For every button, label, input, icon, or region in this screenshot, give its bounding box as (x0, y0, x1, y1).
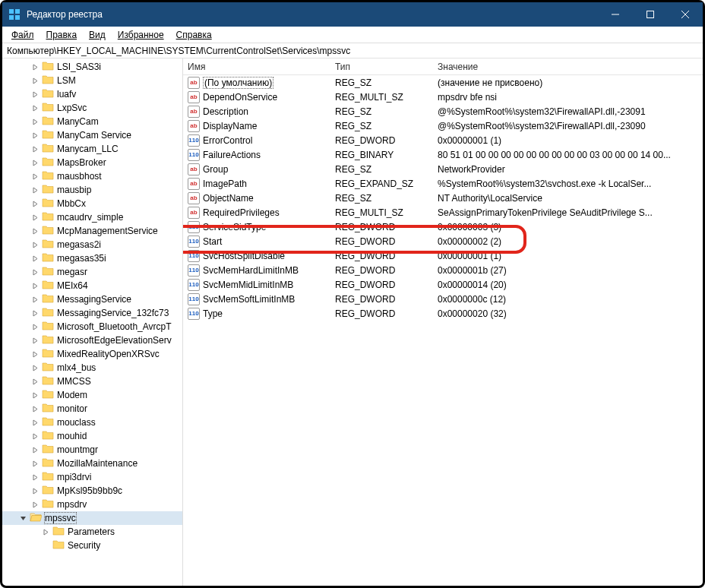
list-row[interactable]: abImagePathREG_EXPAND_SZ%SystemRoot%\sys… (183, 176, 703, 191)
chevron-right-icon[interactable] (30, 472, 40, 482)
chevron-down-icon[interactable] (17, 513, 28, 523)
tree-item[interactable]: mcaudrv_simple (2, 210, 182, 224)
chevron-right-icon[interactable] (30, 116, 40, 127)
chevron-right-icon[interactable] (30, 376, 40, 387)
list-row[interactable]: 110TypeREG_DWORD0x00000020 (32) (183, 306, 703, 321)
list-row[interactable]: abDependOnServiceREG_MULTI_SZmpsdrv bfe … (183, 90, 703, 104)
tree-view[interactable]: LSI_SAS3iLSMluafvLxpSvcManyCamManyCam Se… (2, 58, 183, 586)
chevron-right-icon[interactable] (30, 349, 40, 359)
list-row[interactable]: 110SvcMemHardLimitInMBREG_DWORD0x0000001… (183, 263, 703, 277)
chevron-right-icon[interactable] (30, 431, 40, 441)
list-row[interactable]: 110SvcMemMidLimitInMBREG_DWORD0x00000014… (183, 277, 703, 292)
tree-item[interactable]: megasr (2, 265, 182, 279)
tree-item[interactable]: Manycam_LLC (2, 142, 182, 156)
tree-item[interactable]: mlx4_bus (2, 361, 182, 375)
chevron-right-icon[interactable] (30, 198, 40, 209)
chevron-right-icon[interactable] (30, 485, 40, 496)
tree-item[interactable]: mouhid (2, 429, 182, 443)
tree-item[interactable]: MozillaMaintenance (2, 457, 182, 470)
chevron-right-icon[interactable] (30, 403, 40, 414)
tree-item[interactable]: mpi3drvi (2, 470, 182, 484)
minimize-button[interactable] (598, 2, 633, 27)
column-value[interactable]: Значение (438, 62, 703, 72)
list-row[interactable]: 110StartREG_DWORD0x00000002 (2) (183, 234, 703, 248)
menu-edit[interactable]: Правка (40, 28, 84, 42)
tree-item[interactable]: MapsBroker (2, 156, 182, 169)
chevron-right-icon[interactable] (30, 267, 40, 277)
list-row[interactable]: abDisplayNameREG_SZ@%SystemRoot%\system3… (183, 119, 703, 133)
menu-help[interactable]: Справка (170, 28, 218, 42)
tree-item[interactable]: MixedRealityOpenXRSvc (2, 347, 182, 361)
chevron-right-icon[interactable] (30, 226, 40, 236)
chevron-right-icon[interactable] (30, 444, 40, 455)
tree-item[interactable]: LSM (2, 74, 182, 87)
tree-item[interactable]: Parameters (2, 525, 182, 539)
tree-item[interactable]: luafv (2, 87, 182, 101)
chevron-right-icon[interactable] (30, 308, 40, 318)
maximize-button[interactable] (633, 2, 668, 27)
close-button[interactable] (668, 2, 703, 27)
chevron-right-icon[interactable] (30, 89, 40, 100)
tree-item[interactable]: mouclass (2, 416, 182, 429)
tree-item[interactable]: mausbip (2, 183, 182, 197)
chevron-right-icon[interactable] (30, 157, 40, 168)
tree-item[interactable]: MEIx64 (2, 279, 182, 292)
list-row[interactable]: abDescriptionREG_SZ@%SystemRoot%\system3… (183, 104, 703, 119)
tree-item[interactable]: mpssvc (2, 511, 182, 525)
tree-item[interactable]: monitor (2, 402, 182, 416)
chevron-right-icon[interactable] (30, 212, 40, 223)
column-name[interactable]: Имя (183, 62, 335, 72)
chevron-right-icon[interactable] (30, 185, 40, 195)
tree-item[interactable]: McpManagementService (2, 224, 182, 238)
chevron-right-icon[interactable] (30, 130, 40, 141)
tree-item[interactable]: MpKsl95b9bb9c (2, 484, 182, 498)
chevron-right-icon[interactable] (30, 280, 40, 291)
tree-item[interactable]: mausbhost (2, 169, 182, 183)
tree-item[interactable]: MessagingService (2, 292, 182, 306)
menu-favorites[interactable]: Избранное (112, 28, 170, 42)
chevron-right-icon[interactable] (30, 390, 40, 400)
list-row[interactable]: abGroupREG_SZNetworkProvider (183, 162, 703, 176)
list-row[interactable]: abObjectNameREG_SZNT Authority\LocalServ… (183, 191, 703, 205)
tree-item[interactable]: LxpSvc (2, 101, 182, 115)
list-row[interactable]: 110SvcMemSoftLimitInMBREG_DWORD0x0000000… (183, 292, 703, 306)
chevron-right-icon[interactable] (30, 144, 40, 154)
tree-item[interactable]: ManyCam Service (2, 128, 182, 142)
chevron-right-icon[interactable] (30, 335, 40, 346)
tree-item[interactable]: Microsoft_Bluetooth_AvrcpT (2, 320, 182, 334)
tree-item[interactable]: megasas2i (2, 238, 182, 251)
tree-item[interactable]: Security (2, 539, 182, 552)
chevron-right-icon[interactable] (30, 362, 40, 373)
tree-item[interactable]: mpsdrv (2, 498, 182, 511)
tree-item[interactable]: ManyCam (2, 115, 182, 128)
tree-item[interactable]: MicrosoftEdgeElevationServ (2, 334, 182, 347)
list-body[interactable]: ab(По умолчанию)REG_SZ(значение не присв… (183, 75, 703, 586)
chevron-right-icon[interactable] (30, 294, 40, 305)
chevron-right-icon[interactable] (30, 75, 40, 86)
chevron-right-icon[interactable] (30, 62, 40, 72)
column-type[interactable]: Тип (335, 62, 438, 72)
chevron-right-icon[interactable] (30, 171, 40, 182)
chevron-right-icon[interactable] (30, 239, 40, 250)
tree-item[interactable]: Modem (2, 388, 182, 402)
tree-item[interactable]: MbbCx (2, 197, 182, 210)
chevron-right-icon[interactable] (40, 526, 51, 537)
chevron-right-icon[interactable] (30, 253, 40, 264)
chevron-right-icon[interactable] (30, 103, 40, 113)
list-row[interactable]: ab(По умолчанию)REG_SZ(значение не присв… (183, 75, 703, 90)
chevron-right-icon[interactable] (30, 417, 40, 428)
address-bar[interactable]: Компьютер\HKEY_LOCAL_MACHINE\SYSTEM\Curr… (2, 43, 703, 58)
list-row[interactable]: 110FailureActionsREG_BINARY80 51 01 00 0… (183, 147, 703, 162)
menu-view[interactable]: Вид (83, 28, 112, 42)
menu-file[interactable]: Файл (5, 28, 40, 42)
chevron-right-icon[interactable] (30, 499, 40, 510)
list-row[interactable]: 110ServiceSidTypeREG_DWORD0x00000003 (3) (183, 220, 703, 234)
list-row[interactable]: abRequiredPrivilegesREG_MULTI_SZSeAssign… (183, 205, 703, 220)
list-row[interactable]: 110ErrorControlREG_DWORD0x00000001 (1) (183, 133, 703, 147)
tree-item[interactable]: MMCSS (2, 375, 182, 388)
list-row[interactable]: 110SvcHostSplitDisableREG_DWORD0x0000000… (183, 248, 703, 263)
tree-item[interactable]: MessagingService_132fc73 (2, 306, 182, 320)
tree-item[interactable]: mountmgr (2, 443, 182, 457)
chevron-right-icon[interactable] (30, 458, 40, 469)
chevron-right-icon[interactable] (30, 321, 40, 332)
